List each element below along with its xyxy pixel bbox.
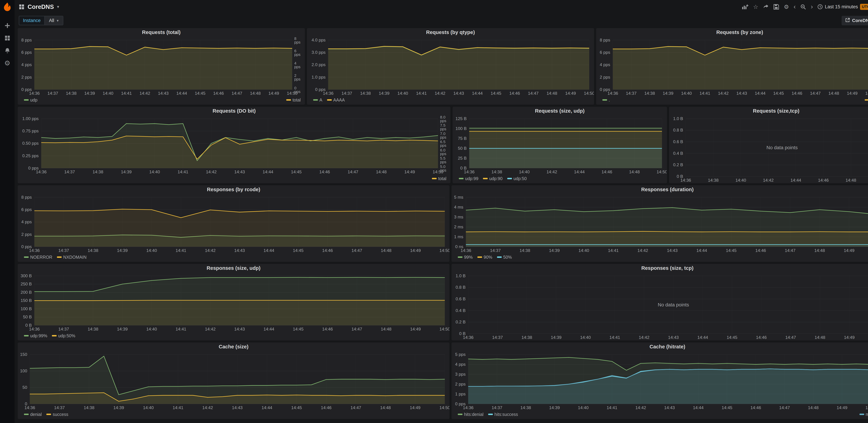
panel-title[interactable]: Cache (hitrate) [452, 343, 868, 351]
legend-item-NOERROR[interactable]: NOERROR [24, 255, 52, 260]
legend-item-denial[interactable]: denial [24, 412, 42, 417]
svg-text:14:38: 14:38 [93, 169, 103, 174]
svg-text:14:36: 14:36 [463, 405, 473, 410]
legend-item-90%[interactable]: 90% [477, 255, 492, 260]
panel-title[interactable]: Requests (DO bit) [18, 107, 451, 115]
chart-requests-by-qtype[interactable]: 0 pps1.0 pps2.0 pps3.0 pps4.0 pps14:3614… [307, 36, 594, 96]
svg-text:2.0 pps: 2.0 pps [312, 62, 326, 67]
star-icon[interactable]: ☆ [753, 4, 758, 10]
chart-cache-hitrate[interactable]: 0 pps1 pps2 pps3 pps4 pps5 pps0pps1.0pps… [452, 351, 868, 411]
settings-gear-icon[interactable]: ⚙ [784, 4, 789, 10]
panel-title[interactable]: Requests (by zone) [596, 28, 868, 36]
legend-color-swatch [24, 414, 29, 415]
time-forward-icon[interactable]: › [811, 4, 813, 10]
svg-text:14:41: 14:41 [178, 169, 188, 174]
svg-text:14:41: 14:41 [607, 405, 617, 410]
svg-text:14:37: 14:37 [492, 405, 502, 410]
chart-cache-size[interactable]: 05010015014:3614:3714:3814:3914:4014:411… [18, 351, 450, 411]
legend-item-50%[interactable]: 50% [497, 255, 512, 260]
add-panel-icon[interactable] [742, 4, 748, 10]
legend-item-misses[interactable]: misses [860, 412, 868, 417]
panel-title[interactable]: Responses (size, udp) [18, 264, 450, 272]
panel-title[interactable]: Responses (by rcode) [18, 185, 450, 194]
svg-text:14:39: 14:39 [121, 169, 132, 174]
legend-item-NXDOMAIN[interactable]: NXDOMAIN [57, 255, 87, 260]
svg-text:14:41: 14:41 [700, 91, 710, 96]
chart-requests-do-bit[interactable]: 0 pps0.25 pps0.50 pps0.75 pps1.00 pps5.0… [18, 115, 451, 175]
panel-title[interactable]: Cache (size) [18, 343, 450, 351]
svg-text:6 pps: 6 pps [21, 50, 32, 55]
panel-title[interactable]: Requests (size,tcp) [669, 107, 868, 115]
svg-text:14:42: 14:42 [205, 327, 216, 331]
svg-text:14:37: 14:37 [58, 327, 69, 331]
svg-text:14:41: 14:41 [610, 335, 620, 340]
svg-text:14:38: 14:38 [88, 327, 98, 331]
svg-text:5 pps: 5 pps [455, 352, 466, 357]
legend-item-total[interactable]: total [865, 98, 868, 102]
chart-responses-duration[interactable]: 0 ns1 ms2 ms3 ms4 ms5 ms14:3614:3714:381… [452, 194, 868, 254]
panel-title[interactable]: Responses (size, tcp) [452, 264, 868, 272]
time-range-picker[interactable]: Last 15 minutes UTC [817, 4, 868, 10]
svg-text:14:37: 14:37 [626, 91, 637, 96]
chart-requests-total[interactable]: 0 pps2 pps4 pps6 pps8 pps0pps2pps4pps6pp… [18, 36, 305, 96]
legend-item-total[interactable]: total [286, 98, 301, 102]
configuration-gear-icon[interactable]: ⚙ [0, 57, 14, 69]
legend-item-udp[interactable]: udp [24, 98, 37, 102]
legend-item-udp:99[interactable]: udp:99 [459, 176, 478, 181]
chart-responses-size-udp[interactable]: 0 B50 B100 B150 B200 B250 B300 B14:3614:… [18, 272, 450, 332]
svg-text:14:43: 14:43 [234, 327, 245, 331]
chart-requests-by-zone[interactable]: 0 pps2 pps4 pps6 pps8 pps0pps2pps4pps6pp… [596, 36, 868, 96]
legend-item-udp:50%[interactable]: udp:50% [52, 333, 75, 338]
svg-text:pps: pps [440, 143, 446, 148]
legend-item-udp:90[interactable]: udp:90 [483, 176, 502, 181]
legend-item-udp:50[interactable]: udp:50 [507, 176, 527, 181]
legend-item-.[interactable]: . [602, 98, 610, 102]
legend-item-hits:success[interactable]: hits:success [488, 412, 518, 417]
chart-requests-size-tcp[interactable]: 0 B0.2 B0.4 B0.6 B0.8 B1.0 B14:3614:3814… [669, 115, 868, 183]
legend-color-swatch [507, 178, 512, 179]
legend-item-AAAA[interactable]: AAAA [327, 98, 345, 102]
svg-text:0.4 B: 0.4 B [456, 308, 466, 313]
chart-responses-size-tcp[interactable]: 0 B0.2 B0.4 B0.6 B0.8 B1.0 B14:3614:3714… [452, 272, 868, 340]
zoom-out-icon[interactable] [800, 4, 806, 10]
panel-title[interactable]: Requests (size, udp) [453, 107, 667, 115]
dashboards-grid-icon[interactable] [0, 32, 14, 44]
legend-item-total[interactable]: total [432, 176, 446, 181]
legend: denialsuccess [18, 411, 450, 419]
svg-text:14:41: 14:41 [173, 405, 184, 410]
panel-title[interactable]: Responses (duration) [452, 185, 868, 194]
time-back-icon[interactable]: ‹ [794, 4, 796, 10]
sidebar: ⚙ [0, 0, 14, 423]
svg-text:14:47: 14:47 [350, 405, 361, 410]
chart-requests-size-udp[interactable]: 0 B25 B50 B75 B100 B125 B14:3614:3814:40… [453, 115, 667, 175]
title-caret-icon[interactable]: ▾ [57, 4, 59, 9]
variable-label: Instance [19, 16, 45, 25]
svg-text:14:42: 14:42 [205, 248, 216, 253]
legend-item-hits:denial[interactable]: hits:denial [458, 412, 484, 417]
svg-text:14:39: 14:39 [117, 248, 128, 253]
panel-title[interactable]: Requests (by qtype) [307, 28, 594, 36]
create-plus-icon[interactable] [0, 19, 14, 32]
coredns-io-link[interactable]: CoreDNS.io [842, 16, 868, 25]
dashboard-title[interactable]: CoreDNS [28, 3, 54, 10]
legend-item-A[interactable]: A [313, 98, 322, 102]
legend-item-success[interactable]: success [46, 412, 68, 417]
save-icon[interactable] [773, 4, 779, 10]
legend: udptotal [18, 96, 305, 105]
legend: udp:99udp:90udp:50 [453, 175, 667, 183]
svg-text:14:46: 14:46 [792, 91, 802, 96]
alerting-bell-icon[interactable] [0, 44, 14, 57]
legend-item-udp:99%[interactable]: udp:99% [24, 333, 47, 338]
grafana-logo-icon[interactable] [2, 2, 13, 13]
svg-text:14:48: 14:48 [808, 405, 819, 410]
dashboard-icon[interactable] [19, 4, 25, 10]
svg-text:0.6 B: 0.6 B [673, 139, 683, 144]
share-icon[interactable] [763, 4, 769, 10]
chart-responses-by-rcode[interactable]: 0 pps2 pps4 pps6 pps8 pps14:3614:3714:38… [18, 194, 450, 254]
svg-text:0.75 pps: 0.75 pps [22, 129, 38, 133]
svg-text:3.0 pps: 3.0 pps [312, 50, 326, 55]
svg-text:14:46: 14:46 [213, 91, 224, 96]
variable-value-dropdown[interactable]: All ▾ [45, 16, 63, 25]
panel-title[interactable]: Requests (total) [18, 28, 305, 36]
legend-item-99%[interactable]: 99% [458, 255, 473, 260]
